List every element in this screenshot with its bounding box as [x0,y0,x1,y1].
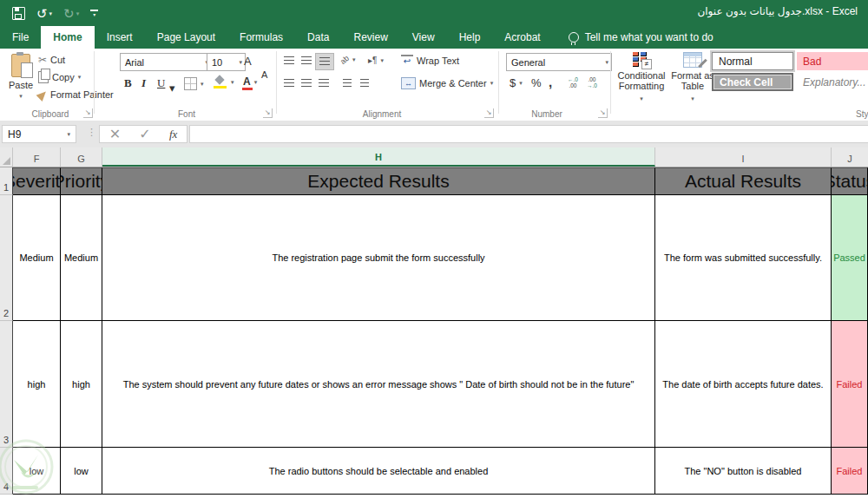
number-dialog-launcher[interactable]: ↘ [598,108,608,118]
cell-actual[interactable]: The "NO" button is disabled [655,448,832,495]
cell-severity[interactable]: low [13,448,61,495]
style-bad[interactable]: Bad [797,52,868,70]
increase-indent-button[interactable] [356,75,373,91]
column-header-h[interactable]: H [102,147,655,167]
tab-acrobat[interactable]: Acrobat [492,26,552,49]
undo-button[interactable]: ↺▾ [36,7,52,20]
column-header-g[interactable]: G [61,147,102,167]
cell-actual-results-header[interactable]: Actual Results [655,167,832,195]
tell-me-box[interactable]: Tell me what you want to do [560,26,722,49]
text-direction-button[interactable]: ▸¶ ▾ [368,56,384,65]
cell-priority[interactable]: Medium [61,195,102,321]
fill-color-button[interactable]: ▾ [214,76,234,88]
clipboard-dialog-launcher[interactable]: ↘ [83,108,93,118]
copy-label: Copy [52,72,75,82]
cell-actual[interactable]: The form was submitted successfully. [655,195,832,321]
orientation-button[interactable]: ab ▾ [340,56,356,64]
cell-priority[interactable]: high [61,321,102,448]
borders-button[interactable]: ▾ [184,77,204,90]
column-header-i[interactable]: I [655,147,832,167]
format-painter-button[interactable]: Format Painter [38,89,114,100]
comma-style-button[interactable]: , [549,75,552,89]
cell-priority[interactable]: low [61,448,102,495]
cell-status-header[interactable]: Status [832,167,868,195]
tab-review[interactable]: Review [341,26,399,49]
decrease-decimal-button[interactable]: .00→.0 [587,76,597,88]
accounting-caret-icon: ▾ [519,80,523,87]
accounting-format-button[interactable]: $ ▾ [510,76,523,89]
style-explanatory[interactable]: Explanatory... [797,73,868,91]
cell-expected[interactable]: The registration page submit the form su… [102,195,655,321]
paste-button[interactable]: Paste ▾ [5,52,36,111]
copy-button[interactable]: Copy ▾ [38,71,81,83]
style-check-cell[interactable]: Check Cell [712,73,793,91]
tab-home[interactable]: Home [41,26,94,49]
row-header-4[interactable]: 4 [0,448,13,495]
tab-insert[interactable]: Insert [95,26,145,49]
cell-expected[interactable]: The system should prevent any future dat… [102,321,655,448]
increase-decimal-button[interactable]: ←.0.00 [568,76,578,88]
conditional-formatting-button[interactable]: ≠ Conditional Formatting ▾ [615,52,668,104]
cell-severity[interactable]: Medium [13,195,61,321]
decrease-decimal-icon: .00→.0 [587,76,597,88]
cell-status-passed[interactable]: Passed [832,195,868,321]
cell-status-failed[interactable]: Failed [832,448,868,495]
insert-function-button[interactable]: fx [169,128,177,141]
enter-button[interactable]: ✓ [139,126,150,142]
align-center-button[interactable] [298,75,315,91]
group-separator [610,51,611,114]
underline-button[interactable]: U [157,76,165,90]
bold-button[interactable]: B [124,76,132,90]
save-button[interactable] [12,7,25,20]
underline-caret-icon[interactable]: ▾ [169,82,175,95]
font-family-select[interactable]: Arial ▾ [120,53,212,71]
italic-button[interactable]: I [141,76,146,90]
formula-bar-row: H9 ▾ ⋮ ✕ ✓ fx [0,121,868,147]
row-header-2[interactable]: 2 [0,195,13,321]
merge-center-button[interactable]: ↔ Merge & Center ▾ [401,77,493,89]
number-format-select[interactable]: General ▾ [506,53,612,71]
text-direction-icon: ▸¶ [368,56,377,65]
customize-qat-button[interactable]: ▾ [90,10,98,17]
style-normal[interactable]: Normal [712,52,793,70]
select-all-corner[interactable] [0,147,13,167]
format-as-table-button[interactable]: Format as Table ▾ [670,52,715,104]
align-right-button[interactable] [315,75,332,91]
align-top-button[interactable] [280,53,298,69]
formula-input[interactable] [189,125,868,143]
cell-actual[interactable]: The date of birth accepts future dates. [655,321,832,448]
wrap-text-button[interactable]: ↩ Wrap Text [401,55,459,67]
redo-button[interactable]: ↻▾ [63,7,79,20]
font-color-button[interactable]: A ▾ [243,77,257,87]
column-header-j[interactable]: J [832,147,868,167]
tab-formulas[interactable]: Formulas [227,26,295,49]
tab-file[interactable]: File [0,26,41,49]
tab-help[interactable]: Help [447,26,493,49]
tab-page-layout[interactable]: Page Layout [145,26,227,49]
cell-severity[interactable]: high [13,321,61,448]
name-box[interactable]: H9 ▾ [2,125,76,143]
row-header-3[interactable]: 3 [0,321,13,448]
orientation-icon: ab [339,54,351,66]
font-dialog-launcher[interactable]: ↘ [263,108,273,118]
cell-expected-results-header[interactable]: Expected Results [102,167,655,195]
align-middle-button[interactable] [298,53,315,69]
row-header-1[interactable]: 1 [0,167,13,195]
cell-priority-header[interactable]: Priority [61,167,102,195]
decrease-indent-button[interactable] [339,75,356,91]
cell-severity-header[interactable]: Severity [13,167,61,195]
cancel-button[interactable]: ✕ [109,126,121,142]
percent-style-button[interactable]: % [531,76,542,89]
align-left-button[interactable] [280,75,298,91]
cell-status-failed[interactable]: Failed [832,321,868,448]
formula-bar-splitter[interactable]: ⋮ [87,127,96,138]
tab-data[interactable]: Data [295,26,341,49]
cut-button[interactable]: ✂ Cut [38,55,65,65]
font-size-select[interactable]: 10 ▾ [207,53,246,71]
cell-expected[interactable]: The radio buttons should be selectable a… [102,448,655,495]
clipboard-group-label: Clipboard [24,109,76,119]
align-bottom-button[interactable] [315,53,334,70]
tab-view[interactable]: View [400,26,447,49]
alignment-dialog-launcher[interactable]: ↘ [484,108,494,118]
column-header-f[interactable]: F [13,147,61,167]
